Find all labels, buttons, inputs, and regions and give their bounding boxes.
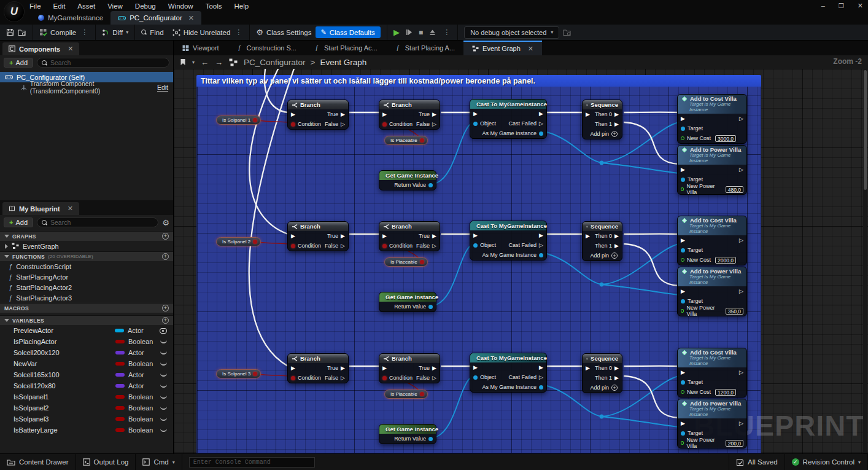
cast-to-mygameinstance-node[interactable]: Cast To MyGameInstance▶▶ObjectCast Faile… <box>470 353 547 393</box>
function-item-constructionscript[interactable]: ƒConstructionScript <box>0 261 173 272</box>
expand-triangle-icon[interactable] <box>5 244 8 249</box>
exec-out-pin[interactable]: ▶ <box>539 233 543 238</box>
exec-in-pin[interactable]: ▶ <box>586 112 590 117</box>
bookmark-icon[interactable] <box>180 58 186 66</box>
menu-item-file[interactable]: File <box>29 2 41 10</box>
exec-out-pin[interactable]: ▷ <box>341 243 345 249</box>
object-pin[interactable] <box>539 385 543 390</box>
add-to-power-villa-node[interactable]: Add to Power VillaTarget is My Game Inst… <box>677 145 747 195</box>
bool-pin[interactable] <box>291 122 295 127</box>
eject-button[interactable] <box>429 29 436 36</box>
components-child-item[interactable]: Transform Component (TransformComponent0… <box>0 82 173 92</box>
close-button[interactable]: ✕ <box>858 2 863 10</box>
components-tab[interactable]: Components ✕ <box>2 42 79 55</box>
sequence-node[interactable]: Sequence▶Then 0▶Then 1▶Add pin+ <box>582 221 622 261</box>
exec-out-pin[interactable]: ▶ <box>432 233 436 239</box>
bool-pin[interactable] <box>382 122 387 127</box>
menu-item-edit[interactable]: Edit <box>53 2 66 10</box>
maximize-button[interactable]: ❐ <box>839 2 844 9</box>
asset-tab-mygameinstance[interactable]: MyGameInstance <box>31 11 110 25</box>
exec-out-pin[interactable]: ▶ <box>614 112 619 117</box>
float-pin[interactable] <box>681 136 684 140</box>
add-pin-icon[interactable]: + <box>611 253 618 259</box>
debug-object-dropdown[interactable]: No debug object selected ▾ <box>464 26 559 39</box>
add-pin-button[interactable]: Add pin+ <box>583 251 622 260</box>
getter-is-placeable[interactable]: Is Placeable <box>384 390 428 399</box>
menu-item-tools[interactable]: Tools <box>206 2 222 10</box>
revision-control-button[interactable]: ✓ Revision Control ▾ <box>785 454 868 470</box>
chevron-down-icon[interactable]: ▾ <box>192 60 195 65</box>
graphs-section-header[interactable]: GRAPHS + <box>0 231 173 241</box>
play-button[interactable]: ▶ <box>393 28 400 37</box>
add-to-cost-villa-node[interactable]: Add to Cost VillaTarget is My Game Insta… <box>677 94 747 144</box>
macros-section-header[interactable]: MACROS + <box>0 303 173 313</box>
exec-out-pin[interactable]: ▷ <box>739 167 743 173</box>
exec-in-pin[interactable]: ▶ <box>681 167 685 173</box>
float-pin[interactable] <box>681 441 684 445</box>
variables-section-header[interactable]: VARIABLES + <box>0 315 173 325</box>
eye-closed-icon[interactable] <box>160 351 167 354</box>
output-log-button[interactable]: Output Log <box>76 454 136 470</box>
exec-out-pin[interactable]: ▷ <box>739 421 743 426</box>
bool-out-pin[interactable] <box>253 372 257 376</box>
exec-in-pin[interactable]: ▶ <box>681 289 685 294</box>
my-blueprint-add-button[interactable]: +Add <box>4 217 33 227</box>
back-arrow-icon[interactable]: ← <box>201 58 209 67</box>
eye-closed-icon[interactable] <box>160 362 167 366</box>
compile-button[interactable]: Compile <box>39 28 76 36</box>
branch-node[interactable]: Branch▶True▶ConditionFalse▷ <box>379 353 440 383</box>
diff-button[interactable]: Diff ▾ <box>102 29 128 36</box>
exec-in-pin[interactable]: ▶ <box>382 112 387 117</box>
graph-canvas[interactable]: Tittar vilken typ av panel vi sätter ut … <box>174 69 868 453</box>
graph-tab-start-placing-ac-[interactable]: ƒStart Placing Ac... <box>305 41 386 55</box>
eye-closed-icon[interactable] <box>160 384 167 388</box>
exec-out-pin[interactable]: ▷ <box>739 370 743 375</box>
menu-item-view[interactable]: View <box>107 2 123 10</box>
exec-out-pin[interactable]: ▷ <box>432 243 436 249</box>
function-item-startplacingactor[interactable]: ƒStartPlacingActor <box>0 272 173 282</box>
exec-in-pin[interactable]: ▶ <box>681 116 685 122</box>
exec-out-pin[interactable]: ▶ <box>614 243 619 249</box>
stop-button[interactable]: ■ <box>419 28 423 37</box>
exec-out-pin[interactable]: ▷ <box>739 116 743 122</box>
variable-item-previewactor[interactable]: PreviewActorActor <box>0 325 173 336</box>
my-blueprint-search-input[interactable] <box>50 219 153 226</box>
variable-item-isbatterylarge[interactable]: IsBatteryLargeBoolean <box>0 425 173 436</box>
exec-out-pin[interactable]: ▷ <box>539 121 543 127</box>
cast-to-mygameinstance-node[interactable]: Cast To MyGameInstance▶▶ObjectCast Faile… <box>470 221 547 260</box>
components-search[interactable] <box>37 58 169 68</box>
close-icon[interactable]: ✕ <box>68 45 73 53</box>
bool-out-pin[interactable] <box>420 392 424 396</box>
exec-in-pin[interactable]: ▶ <box>586 233 590 239</box>
getter-is-placeable[interactable]: Is Placeable <box>384 136 428 145</box>
exec-out-pin[interactable]: ▶ <box>614 366 619 371</box>
get-game-instance-node[interactable]: ƒGet Game InstanceReturn Value <box>379 292 436 312</box>
bool-pin[interactable] <box>382 376 387 380</box>
object-pin[interactable] <box>473 243 478 248</box>
object-pin[interactable] <box>681 299 685 304</box>
event-graph-item[interactable]: EventGraph <box>0 241 173 251</box>
exec-out-pin[interactable]: ▶ <box>432 112 436 117</box>
getter-is-solpanel-1[interactable]: Is Solpanel 1 <box>216 116 261 125</box>
float-pin[interactable] <box>681 390 684 394</box>
menu-item-window[interactable]: Window <box>168 2 193 10</box>
menu-item-asset[interactable]: Asset <box>77 2 95 10</box>
object-pin[interactable] <box>681 431 685 436</box>
add-to-power-villa-node[interactable]: Add to Power VillaTarget is My Game Inst… <box>677 267 747 316</box>
bool-pin[interactable] <box>291 244 295 248</box>
exec-out-pin[interactable]: ▷ <box>539 243 543 248</box>
get-game-instance-node[interactable]: ƒGet Game InstanceReturn Value <box>379 170 436 190</box>
exec-in-pin[interactable]: ▶ <box>473 365 478 370</box>
object-pin[interactable] <box>681 248 685 253</box>
pin-value-box[interactable]: 2000,0 <box>715 257 736 264</box>
exec-out-pin[interactable]: ▶ <box>614 122 619 127</box>
exec-in-pin[interactable]: ▶ <box>382 233 387 239</box>
compile-options-icon[interactable]: ⋮ <box>80 28 89 36</box>
bool-pin[interactable] <box>382 244 387 248</box>
exec-out-pin[interactable]: ▷ <box>539 375 543 380</box>
exec-out-pin[interactable]: ▶ <box>614 233 619 239</box>
content-drawer-button[interactable]: Content Drawer <box>0 454 76 470</box>
class-settings-button[interactable]: ⚙ Class Settings <box>256 28 311 37</box>
variable-item-issolpanel1[interactable]: IsSolpanel1Boolean <box>0 391 173 402</box>
variable-item-issolpanel3[interactable]: IsSolpanel3Boolean <box>0 413 173 425</box>
